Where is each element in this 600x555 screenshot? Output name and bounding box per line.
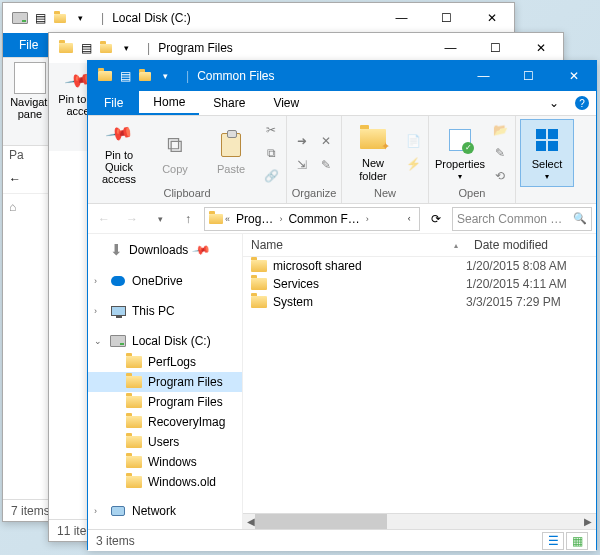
maximize-button[interactable]: ☐ <box>506 61 551 91</box>
tree-users[interactable]: Users <box>88 432 242 452</box>
open-button[interactable]: 📂 <box>489 119 511 141</box>
tree-network[interactable]: ›Network <box>88 500 242 522</box>
app-icon <box>96 67 114 85</box>
tree-program-files[interactable]: Program Files <box>88 372 242 392</box>
tree-perflogs[interactable]: PerfLogs <box>88 352 242 372</box>
folder-icon <box>126 436 142 448</box>
tree-windows[interactable]: Windows <box>88 452 242 472</box>
qat-newfolder-icon[interactable] <box>97 39 115 57</box>
chevron-icon[interactable]: « <box>225 214 230 224</box>
titlebar[interactable]: ▤ ▾ Common Files — ☐ ✕ <box>88 61 596 91</box>
titlebar[interactable]: ▤ ▾ Program Files — ☐ ✕ <box>49 33 563 63</box>
breadcrumb[interactable]: « Prog… › Common F… › ⌄ <box>204 207 420 231</box>
details-view-button[interactable]: ☰ <box>542 532 564 550</box>
list-item[interactable]: microsoft shared 1/20/2015 8:08 AM <box>243 257 596 275</box>
tab-share[interactable]: Share <box>199 91 259 115</box>
close-button[interactable]: ✕ <box>469 3 514 33</box>
copy-icon: ⧉ <box>159 129 191 161</box>
chevron-icon[interactable]: › <box>279 214 282 224</box>
window-common-files[interactable]: ▤ ▾ Common Files — ☐ ✕ File Home Share V… <box>87 60 597 550</box>
qat-properties-icon[interactable]: ▤ <box>116 67 134 85</box>
scroll-thumb[interactable] <box>255 514 387 529</box>
back-button[interactable]: ← <box>9 172 21 186</box>
copy-to-button[interactable]: ⇲ <box>291 154 313 176</box>
close-button[interactable]: ✕ <box>551 61 596 91</box>
history-chevron-icon[interactable]: ⌄ <box>406 215 416 223</box>
copy-path-button[interactable]: ⧉ <box>260 142 282 164</box>
minimize-button[interactable]: — <box>461 61 506 91</box>
address-bar-row: ← → ▾ ↑ « Prog… › Common F… › ⌄ ⟳ Search… <box>88 204 596 234</box>
forward-button[interactable]: → <box>120 207 144 231</box>
tree-this-pc[interactable]: ›This PC <box>88 300 242 322</box>
up-button[interactable]: ↑ <box>176 207 200 231</box>
folder-icon <box>251 296 267 308</box>
crumb-common[interactable]: Common F… <box>284 212 363 226</box>
minimize-button[interactable]: — <box>428 33 473 63</box>
tree-program-files-x86[interactable]: Program Files <box>88 392 242 412</box>
list-body[interactable]: microsoft shared 1/20/2015 8:08 AM Servi… <box>243 257 596 529</box>
edit-button[interactable]: ✎ <box>489 142 511 164</box>
maximize-button[interactable]: ☐ <box>424 3 469 33</box>
maximize-button[interactable]: ☐ <box>473 33 518 63</box>
group-organize-label: Organize <box>291 187 337 201</box>
qat-customize-icon[interactable]: ▾ <box>156 67 174 85</box>
recent-locations-button[interactable]: ▾ <box>148 207 172 231</box>
qat-newfolder-icon[interactable] <box>51 9 69 27</box>
new-item-button[interactable]: 📄 <box>402 130 424 152</box>
select-icon <box>536 129 558 151</box>
tree-local-disk[interactable]: ⌄Local Disk (C:) <box>88 330 242 352</box>
item-count: 3 items <box>96 534 135 548</box>
qat-customize-icon[interactable]: ▾ <box>71 9 89 27</box>
titlebar[interactable]: ▤ ▾ Local Disk (C:) — ☐ ✕ <box>3 3 514 33</box>
copy-button[interactable]: ⧉ Copy <box>148 119 202 187</box>
crumb-prog[interactable]: Prog… <box>232 212 277 226</box>
header-date[interactable]: Date modified <box>466 234 596 256</box>
minimize-button[interactable]: — <box>379 3 424 33</box>
properties-button[interactable]: Properties ▾ <box>433 119 487 187</box>
cut-button[interactable]: ✂ <box>260 119 282 141</box>
refresh-button[interactable]: ⟳ <box>424 207 448 231</box>
header-name[interactable]: Name▴ <box>243 234 466 256</box>
rename-button[interactable]: ✎ <box>315 154 337 176</box>
scroll-right-button[interactable]: ▶ <box>584 516 592 527</box>
close-button[interactable]: ✕ <box>518 33 563 63</box>
tree-windows-old[interactable]: Windows.old <box>88 472 242 492</box>
tree-downloads[interactable]: ⬇Downloads📌 <box>88 238 242 262</box>
search-box[interactable]: Search Common … 🔍 <box>452 207 592 231</box>
tab-home[interactable]: Home <box>139 91 199 115</box>
list-item[interactable]: Services 1/20/2015 4:11 AM <box>243 275 596 293</box>
file-menu[interactable]: File <box>88 91 139 115</box>
help-button[interactable]: ? <box>568 91 596 115</box>
group-open-label: Open <box>433 187 511 201</box>
scroll-left-button[interactable]: ◀ <box>247 516 255 527</box>
qat-properties-icon[interactable]: ▤ <box>77 39 95 57</box>
new-folder-button[interactable]: New folder <box>346 119 400 187</box>
history-button[interactable]: ⟲ <box>489 165 511 187</box>
delete-button[interactable]: ✕ <box>315 130 337 152</box>
ribbon-expand[interactable]: ⌄ <box>540 91 568 115</box>
app-icon <box>11 9 29 27</box>
paste-button[interactable]: Paste <box>204 119 258 187</box>
qat-newfolder-icon[interactable] <box>136 67 154 85</box>
group-new-label: New <box>346 187 424 201</box>
easy-access-button[interactable]: ⚡ <box>402 153 424 175</box>
tree-onedrive[interactable]: ›OneDrive <box>88 270 242 292</box>
list-item[interactable]: System 3/3/2015 7:29 PM <box>243 293 596 311</box>
navigation-pane[interactable]: ⬇Downloads📌 ›OneDrive ›This PC ⌄Local Di… <box>88 234 243 529</box>
chevron-icon[interactable]: › <box>366 214 369 224</box>
move-to-button[interactable]: ➜ <box>291 130 313 152</box>
tab-view[interactable]: View <box>259 91 313 115</box>
downloads-icon: ⬇ <box>110 241 123 259</box>
pin-to-quick-access-button[interactable]: 📌 Pin to Quick access <box>92 119 146 187</box>
tree-recoveryimage[interactable]: RecoveryImag <box>88 412 242 432</box>
new-folder-icon <box>360 129 386 149</box>
back-button[interactable]: ← <box>92 207 116 231</box>
qat-properties-icon[interactable]: ▤ <box>31 9 49 27</box>
select-button[interactable]: Select ▾ <box>520 119 574 187</box>
horizontal-scrollbar[interactable]: ◀ ▶ <box>243 513 596 529</box>
paste-shortcut-button[interactable]: 🔗 <box>260 165 282 187</box>
qat-customize-icon[interactable]: ▾ <box>117 39 135 57</box>
file-menu[interactable]: File <box>3 33 54 57</box>
ribbon: 📌 Pin to Quick access ⧉ Copy Paste ✂ ⧉ 🔗 <box>88 116 596 204</box>
icons-view-button[interactable]: ▦ <box>566 532 588 550</box>
